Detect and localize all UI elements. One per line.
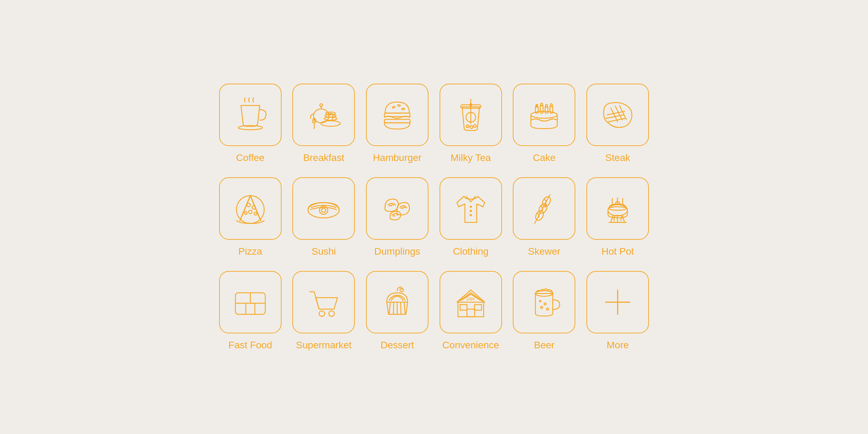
icon-box-hamburger [366,84,428,146]
category-item-milky-tea[interactable]: Milky Tea [439,84,502,163]
category-label-breakfast: Breakfast [303,152,344,163]
svg-point-28 [531,111,557,118]
category-item-dessert[interactable]: Dessert [366,271,429,351]
svg-rect-72 [460,305,467,310]
svg-point-19 [474,125,476,127]
sushi-icon [304,189,343,228]
svg-point-77 [544,303,546,305]
svg-point-41 [244,212,247,214]
svg-line-66 [393,302,394,314]
svg-point-47 [470,206,471,207]
category-label-supermarket: Supermarket [296,340,351,351]
svg-point-45 [322,208,326,212]
category-label-cake: Cake [533,152,556,163]
svg-point-48 [470,210,471,212]
category-item-dumplings[interactable]: Dumplings [366,177,429,257]
hamburger-icon [378,96,416,134]
icon-box-cake [513,84,575,146]
dessert-icon [378,283,416,321]
svg-line-32 [607,111,625,115]
icon-box-sushi [292,177,355,240]
category-label-dessert: Dessert [381,340,414,351]
category-item-fast-food[interactable]: Fast Food [219,271,282,351]
svg-point-8 [392,106,395,108]
svg-point-42 [254,212,257,215]
icon-box-dumplings [366,177,428,240]
svg-point-40 [249,210,252,214]
icon-box-milky-tea [440,84,502,146]
svg-rect-71 [467,309,475,317]
category-label-coffee: Coffee [236,152,265,163]
category-item-coffee[interactable]: Coffee [219,84,282,163]
beer-icon [525,283,563,321]
icon-box-hot-pot [586,177,649,240]
category-item-steak[interactable]: Steak [586,84,649,163]
category-label-milky-tea: Milky Tea [451,152,491,163]
icon-box-more [586,271,649,333]
svg-point-79 [540,300,541,302]
category-item-hamburger[interactable]: Hamburger [366,84,429,163]
clothing-icon [452,189,490,228]
svg-point-63 [329,311,334,316]
milky-tea-icon [452,96,490,134]
category-label-hot-pot: Hot Pot [601,246,634,257]
svg-rect-21 [540,105,543,113]
icon-box-convenience: 24H [440,271,502,333]
svg-point-18 [470,126,473,128]
category-item-skewer[interactable]: Skewer [513,177,576,257]
icon-box-beer [513,271,575,333]
svg-point-49 [470,214,471,216]
svg-point-56 [609,207,626,210]
category-item-convenience[interactable]: 24H Convenience [439,271,502,351]
category-label-fast-food: Fast Food [228,340,272,351]
category-label-convenience: Convenience [442,340,499,351]
icon-box-steak [586,84,649,146]
svg-point-53 [534,209,545,222]
svg-point-62 [319,311,325,316]
svg-text:24H: 24H [466,296,475,301]
svg-point-2 [320,104,323,107]
category-item-breakfast[interactable]: Breakfast [292,84,356,163]
steak-icon [599,96,637,134]
svg-line-65 [389,302,390,314]
category-label-sushi: Sushi [311,246,336,257]
icon-box-clothing [440,177,502,240]
pizza-icon [231,189,269,228]
icon-box-fast-food [219,271,282,333]
hot-pot-icon [599,189,637,228]
category-item-hot-pot[interactable]: Hot Pot [586,177,649,257]
coffee-icon [231,96,269,134]
svg-point-25 [541,103,543,106]
category-label-skewer: Skewer [528,246,560,257]
category-label-beer: Beer [534,340,554,351]
svg-point-26 [545,104,548,107]
svg-point-10 [402,108,405,110]
category-grid: Coffee Breakfast [191,63,677,372]
category-item-sushi[interactable]: Sushi [292,177,356,257]
icon-box-dessert [366,271,428,333]
svg-rect-22 [545,107,548,113]
icon-box-pizza [219,177,282,240]
category-item-more[interactable]: More [586,271,649,351]
svg-point-76 [541,306,543,308]
svg-point-27 [550,104,552,107]
skewer-icon [525,189,563,228]
svg-point-78 [546,308,549,310]
category-label-dumplings: Dumplings [374,246,420,257]
svg-line-69 [404,302,405,314]
cake-icon [525,96,563,134]
more-icon [599,283,637,321]
category-label-pizza: Pizza [239,246,262,257]
svg-point-17 [466,125,469,128]
category-item-cake[interactable]: Cake [513,84,576,163]
category-item-beer[interactable]: Beer [513,271,576,351]
fast-food-icon [231,283,269,321]
svg-point-43 [308,203,339,218]
category-label-hamburger: Hamburger [373,152,422,163]
category-item-supermarket[interactable]: Supermarket [292,271,356,351]
category-item-clothing[interactable]: Clothing [439,177,502,257]
svg-line-68 [401,302,401,314]
icon-box-coffee [219,84,282,146]
category-item-pizza[interactable]: Pizza [219,177,282,257]
svg-rect-12 [384,119,410,123]
